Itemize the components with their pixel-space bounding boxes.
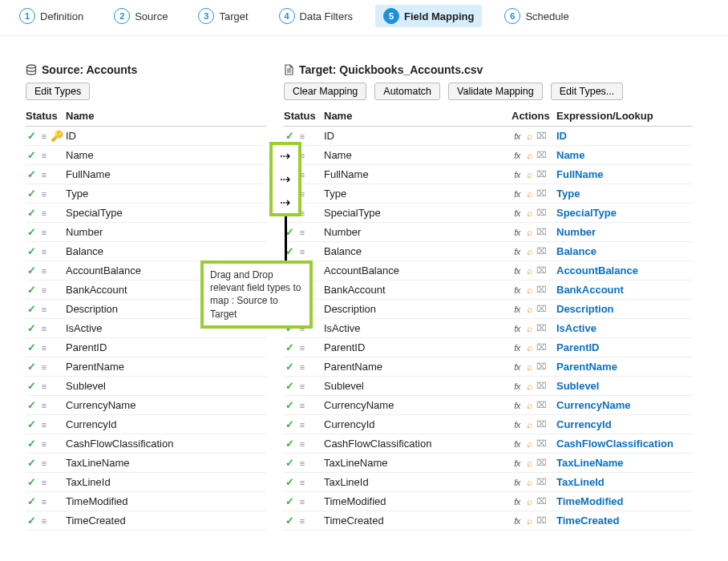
source-field-row[interactable]: ✓≡ParentName — [26, 357, 266, 377]
edit-types-target-button[interactable]: Edit Types... — [551, 83, 624, 100]
clear-icon[interactable]: ⌧ — [536, 304, 547, 314]
lookup-icon[interactable]: ⌕ — [524, 188, 535, 200]
expression-link[interactable]: TaxLineId — [556, 476, 605, 488]
clear-icon[interactable]: ⌧ — [536, 400, 547, 410]
expression-link[interactable]: Sublevel — [556, 380, 599, 392]
expression-link[interactable]: Balance — [556, 245, 597, 257]
target-field-row[interactable]: ✓≡IsActivefx⌕⌧IsActive — [284, 319, 693, 338]
expression-link[interactable]: AccountBalance — [556, 264, 638, 276]
lookup-icon[interactable]: ⌕ — [524, 285, 535, 296]
expression-link[interactable]: SpecialType — [556, 207, 617, 219]
source-field-row[interactable]: ✓≡TimeCreated — [26, 511, 266, 531]
expression-link[interactable]: Number — [556, 226, 596, 238]
source-field-row[interactable]: ✓≡TaxLineId — [26, 473, 266, 492]
target-field-row[interactable]: ✓≡Balancefx⌕⌧Balance — [284, 242, 693, 261]
clear-icon[interactable]: ⌧ — [536, 150, 547, 160]
fx-icon[interactable]: fx — [512, 458, 523, 468]
lookup-icon[interactable]: ⌕ — [524, 381, 535, 392]
expression-link[interactable]: Name — [556, 149, 584, 161]
clear-icon[interactable]: ⌧ — [536, 323, 547, 333]
fx-icon[interactable]: fx — [512, 324, 523, 333]
automatch-button[interactable]: Automatch — [374, 83, 440, 100]
lookup-icon[interactable]: ⌕ — [524, 515, 535, 527]
target-field-row[interactable]: ✓≡CurrencyNamefx⌕⌧CurrencyName — [284, 396, 693, 415]
target-field-row[interactable]: ✓≡ParentIDfx⌕⌧ParentID — [284, 338, 693, 357]
lookup-icon[interactable]: ⌕ — [524, 169, 535, 180]
fx-icon[interactable]: fx — [512, 439, 523, 449]
expression-link[interactable]: TaxLineName — [556, 457, 624, 469]
clear-icon[interactable]: ⌧ — [536, 131, 547, 141]
expression-link[interactable]: TimeModified — [556, 495, 624, 507]
source-field-row[interactable]: ✓≡Sublevel — [26, 377, 266, 396]
target-field-row[interactable]: ✓≡Numberfx⌕⌧Number — [284, 223, 693, 242]
fx-icon[interactable]: fx — [512, 401, 523, 410]
clear-icon[interactable]: ⌧ — [536, 227, 547, 237]
target-field-row[interactable]: ✓≡AccountBalancefx⌕⌧AccountBalance — [284, 261, 693, 280]
clear-icon[interactable]: ⌧ — [536, 515, 547, 526]
clear-icon[interactable]: ⌧ — [536, 458, 547, 468]
expression-link[interactable]: ParentID — [556, 341, 599, 353]
clear-icon[interactable]: ⌧ — [536, 496, 547, 507]
source-field-row[interactable]: ✓≡🔑ID — [26, 127, 266, 146]
expression-link[interactable]: Type — [556, 188, 580, 200]
validate-mapping-button[interactable]: Validate Mapping — [448, 83, 543, 100]
source-field-row[interactable]: ✓≡CurrencyName — [26, 396, 266, 415]
fx-icon[interactable]: fx — [512, 343, 523, 353]
source-field-row[interactable]: ✓≡Name — [26, 146, 266, 165]
lookup-icon[interactable]: ⌕ — [524, 361, 535, 373]
source-field-row[interactable]: ✓≡Number — [26, 223, 266, 242]
lookup-icon[interactable]: ⌕ — [524, 438, 535, 450]
fx-icon[interactable]: fx — [512, 285, 523, 295]
expression-link[interactable]: CashFlowClassification — [556, 438, 673, 450]
clear-icon[interactable]: ⌧ — [536, 169, 547, 180]
source-field-row[interactable]: ✓≡TaxLineName — [26, 454, 266, 473]
target-field-row[interactable]: ✓≡Namefx⌕⌧Name — [284, 146, 693, 165]
target-field-row[interactable]: ✓≡CurrencyIdfx⌕⌧CurrencyId — [284, 415, 693, 434]
lookup-icon[interactable]: ⌕ — [524, 400, 535, 411]
target-field-row[interactable]: ✓≡Typefx⌕⌧Type — [284, 184, 693, 204]
lookup-icon[interactable]: ⌕ — [524, 246, 535, 257]
clear-mapping-button[interactable]: Clear Mapping — [284, 83, 366, 100]
wizard-step-data-filters[interactable]: 4Data Filters — [271, 5, 361, 27]
clear-icon[interactable]: ⌧ — [536, 208, 547, 218]
fx-icon[interactable]: fx — [512, 266, 523, 276]
wizard-step-source[interactable]: 2Source — [106, 5, 176, 27]
fx-icon[interactable]: fx — [512, 305, 523, 314]
clear-icon[interactable]: ⌧ — [536, 285, 547, 295]
target-field-row[interactable]: ✓≡Descriptionfx⌕⌧Description — [284, 300, 693, 319]
expression-link[interactable]: ParentName — [556, 361, 617, 373]
fx-icon[interactable]: fx — [512, 131, 523, 141]
lookup-icon[interactable]: ⌕ — [524, 208, 535, 219]
wizard-step-definition[interactable]: 1Definition — [11, 5, 91, 27]
clear-icon[interactable]: ⌧ — [536, 246, 547, 256]
lookup-icon[interactable]: ⌕ — [524, 477, 535, 488]
clear-icon[interactable]: ⌧ — [536, 188, 547, 199]
lookup-icon[interactable]: ⌕ — [524, 304, 535, 315]
clear-icon[interactable]: ⌧ — [536, 361, 547, 372]
wizard-step-target[interactable]: 3Target — [190, 5, 256, 27]
lookup-icon[interactable]: ⌕ — [524, 323, 535, 334]
wizard-step-field-mapping[interactable]: 5Field Mapping — [375, 5, 482, 27]
lookup-icon[interactable]: ⌕ — [524, 419, 535, 430]
fx-icon[interactable]: fx — [512, 189, 523, 199]
expression-link[interactable]: CurrencyId — [556, 418, 612, 430]
source-field-row[interactable]: ✓≡ParentID — [26, 338, 266, 357]
clear-icon[interactable]: ⌧ — [536, 477, 547, 487]
expression-link[interactable]: IsActive — [556, 322, 597, 334]
clear-icon[interactable]: ⌧ — [536, 438, 547, 449]
lookup-icon[interactable]: ⌕ — [524, 496, 535, 507]
fx-icon[interactable]: fx — [512, 362, 523, 372]
edit-types-button[interactable]: Edit Types — [26, 83, 90, 100]
lookup-icon[interactable]: ⌕ — [524, 265, 535, 276]
expression-link[interactable]: Description — [556, 303, 614, 315]
clear-icon[interactable]: ⌧ — [536, 419, 547, 430]
expression-link[interactable]: TimeCreated — [556, 515, 620, 527]
source-field-row[interactable]: ✓≡CurrencyId — [26, 415, 266, 434]
fx-icon[interactable]: fx — [512, 151, 523, 160]
lookup-icon[interactable]: ⌕ — [524, 150, 535, 161]
source-field-row[interactable]: ✓≡SpecialType — [26, 204, 266, 223]
clear-icon[interactable]: ⌧ — [536, 265, 547, 276]
clear-icon[interactable]: ⌧ — [536, 342, 547, 353]
target-field-row[interactable]: ✓≡CashFlowClassificationfx⌕⌧CashFlowClas… — [284, 434, 693, 454]
source-field-row[interactable]: ✓≡FullName — [26, 165, 266, 184]
